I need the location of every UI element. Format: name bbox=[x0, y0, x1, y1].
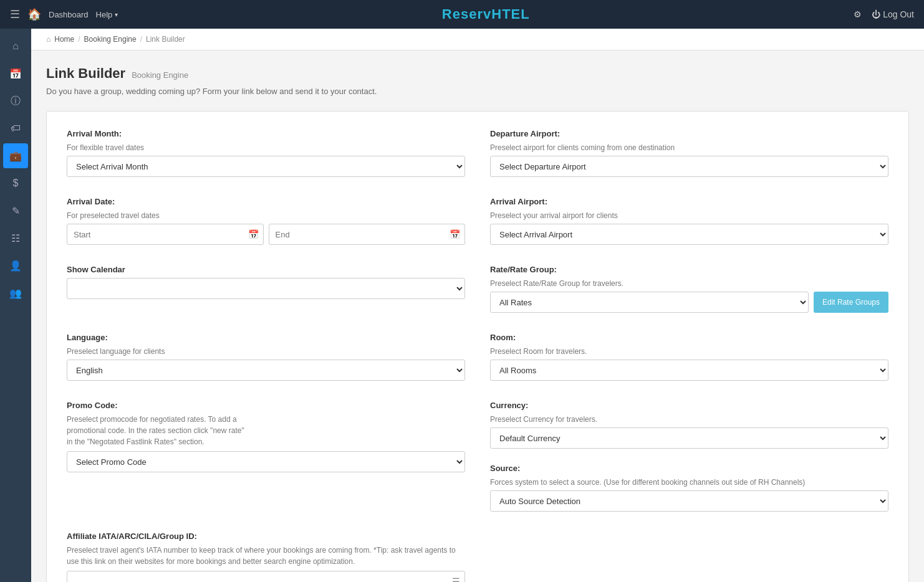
room-desc: Preselect Room for travelers. bbox=[490, 347, 888, 356]
arrival-date-label: Arrival Date: bbox=[67, 197, 465, 206]
start-date-input[interactable] bbox=[67, 224, 264, 245]
affiliate-iata-desc: Preselect travel agent's IATA number to … bbox=[67, 545, 465, 567]
start-date-wrap: 📅 bbox=[67, 224, 264, 245]
currency-label: Currency: bbox=[490, 401, 888, 410]
nav-right: ⚙ ⏻ Log Out bbox=[854, 9, 914, 19]
home-icon: 🏠 bbox=[27, 7, 41, 21]
arrival-month-desc: For flexible travel dates bbox=[67, 143, 465, 152]
date-range-inputs: 📅 📅 bbox=[67, 224, 465, 245]
language-label: Language: bbox=[67, 333, 465, 342]
sidebar-item-briefcase[interactable]: 💼 bbox=[3, 143, 28, 168]
brand: ReservHTEL bbox=[125, 6, 846, 22]
arrival-month-group: Arrival Month: For flexible travel dates… bbox=[67, 129, 465, 177]
departure-airport-desc: Preselect airport for clients coming fro… bbox=[490, 143, 888, 152]
arrival-date-desc: For preselected travel dates bbox=[67, 211, 465, 220]
sidebar-item-home[interactable]: ⌂ bbox=[3, 34, 28, 59]
page-title-area: Link Builder Booking Engine bbox=[46, 65, 909, 82]
currency-select[interactable]: Default Currency USDEURGBP bbox=[490, 427, 888, 449]
settings-icon[interactable]: ⚙ bbox=[854, 9, 862, 19]
language-select[interactable]: English SpanishFrenchGerman bbox=[67, 360, 465, 381]
sidebar-item-calendar[interactable]: 📅 bbox=[3, 61, 28, 86]
room-group: Room: Preselect Room for travelers. All … bbox=[490, 333, 888, 381]
breadcrumb: ⌂ Home / Booking Engine / Link Builder bbox=[31, 29, 924, 50]
arrival-airport-select[interactable]: Select Arrival Airport bbox=[490, 224, 888, 245]
sidebar: ⌂ 📅 ⓘ 🏷 💼 $ ✎ ☷ 👤 👥 bbox=[0, 29, 31, 582]
logout-button[interactable]: ⏻ Log Out bbox=[872, 9, 914, 19]
source-group: Source: Forces system to select a source… bbox=[490, 464, 888, 512]
rate-group-row: All Rates Edit Rate Groups bbox=[490, 292, 888, 313]
breadcrumb-home-link[interactable]: Home bbox=[54, 35, 74, 44]
rate-group-label: Rate/Rate Group: bbox=[490, 265, 888, 274]
empty-col bbox=[490, 532, 888, 582]
arrival-airport-desc: Preselect your arrival airport for clien… bbox=[490, 211, 888, 220]
end-date-wrap: 📅 bbox=[269, 224, 466, 245]
currency-desc: Preselect Currency for travelers. bbox=[490, 415, 888, 424]
arrival-month-select[interactable]: Select Arrival Month JanuaryFebruaryMarc… bbox=[67, 156, 465, 177]
arrival-date-group: Arrival Date: For preselected travel dat… bbox=[67, 197, 465, 245]
page-body: Link Builder Booking Engine Do you have … bbox=[31, 50, 924, 582]
sidebar-item-building[interactable]: ☷ bbox=[3, 226, 28, 250]
content-area: ⌂ Home / Booking Engine / Link Builder L… bbox=[31, 29, 924, 582]
page-description: Do you have a group, wedding coming up? … bbox=[46, 87, 909, 96]
form-card: Arrival Month: For flexible travel dates… bbox=[46, 111, 909, 582]
show-calendar-label: Show Calendar bbox=[67, 265, 465, 274]
affiliate-iata-input[interactable] bbox=[67, 571, 465, 582]
sidebar-item-dollar[interactable]: $ bbox=[3, 171, 28, 196]
departure-airport-label: Departure Airport: bbox=[490, 129, 888, 138]
language-group: Language: Preselect language for clients… bbox=[67, 333, 465, 381]
rate-group-form-group: Rate/Rate Group: Preselect Rate/Rate Gro… bbox=[490, 265, 888, 313]
arrival-airport-label: Arrival Airport: bbox=[490, 197, 888, 206]
promo-code-desc: Preselect promocode for negotiated rates… bbox=[67, 414, 465, 447]
language-desc: Preselect language for clients bbox=[67, 347, 465, 356]
sidebar-item-info[interactable]: ⓘ bbox=[3, 88, 28, 113]
breadcrumb-sep2: / bbox=[140, 35, 142, 44]
promo-code-label: Promo Code: bbox=[67, 401, 465, 410]
sidebar-item-people[interactable]: 👥 bbox=[3, 280, 28, 305]
arrival-month-label: Arrival Month: bbox=[67, 129, 465, 138]
affiliate-iata-group: Affiliate IATA/ARC/CILA/Group ID: Presel… bbox=[67, 532, 465, 582]
room-label: Room: bbox=[490, 333, 888, 342]
sidebar-item-chart[interactable]: ✎ bbox=[3, 198, 28, 223]
help-link[interactable]: Help ▾ bbox=[96, 10, 118, 19]
breadcrumb-booking-engine-link[interactable]: Booking Engine bbox=[84, 35, 137, 44]
sidebar-item-tag[interactable]: 🏷 bbox=[3, 116, 28, 141]
page-title: Link Builder bbox=[46, 65, 125, 82]
sidebar-item-person[interactable]: 👤 bbox=[3, 253, 28, 278]
affiliate-iata-label: Affiliate IATA/ARC/CILA/Group ID: bbox=[67, 532, 465, 541]
departure-airport-select[interactable]: Select Departure Airport bbox=[490, 156, 888, 177]
menu-icon[interactable]: ☰ bbox=[10, 7, 20, 21]
promo-code-select[interactable]: Select Promo Code bbox=[67, 451, 465, 472]
currency-group: Currency: Preselect Currency for travele… bbox=[490, 401, 888, 449]
rate-group-desc: Preselect Rate/Rate Group for travelers. bbox=[490, 279, 888, 288]
breadcrumb-sep1: / bbox=[78, 35, 80, 44]
help-caret: ▾ bbox=[115, 11, 118, 18]
dashboard-link[interactable]: Dashboard bbox=[49, 10, 89, 19]
end-date-input[interactable] bbox=[269, 224, 466, 245]
navbar: ☰ 🏠 Dashboard Help ▾ ReservHTEL ⚙ ⏻ Log … bbox=[0, 0, 924, 29]
logout-icon: ⏻ bbox=[872, 9, 880, 19]
source-select[interactable]: Auto Source Detection bbox=[490, 490, 888, 512]
breadcrumb-current: Link Builder bbox=[146, 35, 185, 44]
arrival-airport-group: Arrival Airport: Preselect your arrival … bbox=[490, 197, 888, 245]
form-grid: Arrival Month: For flexible travel dates… bbox=[67, 129, 888, 582]
show-calendar-select[interactable] bbox=[67, 278, 465, 299]
source-desc: Forces system to select a source. (Use f… bbox=[490, 478, 888, 487]
currency-source-col: Currency: Preselect Currency for travele… bbox=[490, 401, 888, 512]
room-select[interactable]: All Rooms bbox=[490, 360, 888, 381]
show-calendar-group: Show Calendar bbox=[67, 265, 465, 313]
promo-code-group: Promo Code: Preselect promocode for nego… bbox=[67, 401, 465, 512]
departure-airport-group: Departure Airport: Preselect airport for… bbox=[490, 129, 888, 177]
rate-group-select[interactable]: All Rates bbox=[490, 292, 809, 313]
edit-rate-groups-button[interactable]: Edit Rate Groups bbox=[814, 292, 888, 313]
iata-input-wrap: ☰ bbox=[67, 571, 465, 582]
page-badge: Booking Engine bbox=[132, 70, 188, 80]
breadcrumb-home-icon: ⌂ bbox=[46, 35, 51, 44]
source-label: Source: bbox=[490, 464, 888, 473]
